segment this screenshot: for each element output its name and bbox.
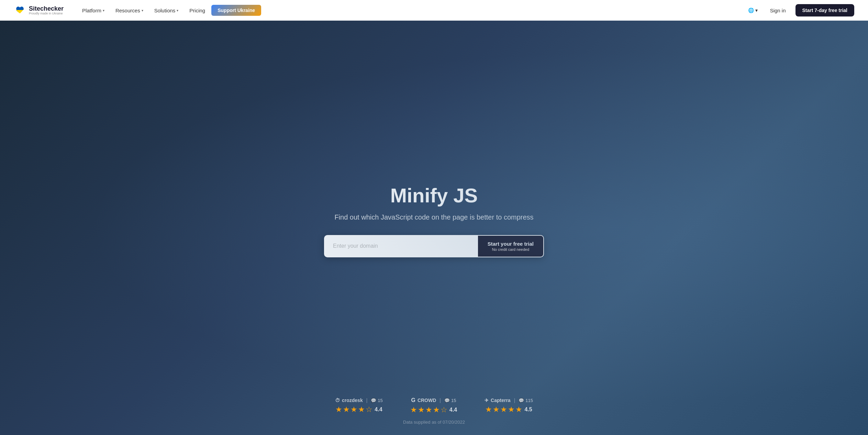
nav-resources[interactable]: Resources ▾: [111, 5, 148, 16]
chevron-down-icon: ▾: [103, 9, 104, 12]
nav-solutions[interactable]: Solutions ▾: [149, 5, 183, 16]
star-icon: ★: [485, 405, 492, 414]
star-half-icon: ★: [515, 405, 522, 414]
rating-crozdesk: ⏱ crozdesk | 💬 15 ★ ★ ★ ★ ☆ 4.4: [335, 398, 383, 414]
nav-right: 🌐 ▾ Sign in Start 7-day free trial: [745, 4, 854, 16]
sign-in-link[interactable]: Sign in: [766, 5, 790, 16]
star-icon: ★: [425, 405, 432, 414]
nav-platform[interactable]: Platform ▾: [77, 5, 109, 16]
free-trial-cta-button[interactable]: Start your free trial No credit card nee…: [478, 236, 543, 257]
comment-icon: 💬: [444, 398, 450, 403]
g2-icon: G: [411, 397, 415, 403]
hero-title: Minify JS: [390, 185, 478, 207]
star-icon: ★: [418, 405, 425, 414]
nav-pricing[interactable]: Pricing: [185, 5, 210, 16]
search-box: Start your free trial No credit card nee…: [324, 235, 544, 258]
star-icon: ★: [358, 405, 365, 414]
capterra-icon: ✈: [485, 398, 489, 403]
star-icon: ★: [343, 405, 350, 414]
star-half-icon: ☆: [441, 405, 447, 414]
rating-g2crowd: G CROWD | 💬 15 ★ ★ ★ ★ ☆ 4.4: [410, 397, 457, 414]
comment-icon: 💬: [519, 398, 524, 403]
crozdesk-icon: ⏱: [335, 398, 340, 403]
logo-name: Sitechecker: [29, 5, 64, 12]
hero-section: Minify JS Find out which JavaScript code…: [0, 21, 868, 435]
star-icon: ★: [335, 405, 342, 414]
chevron-down-icon: ▾: [755, 8, 758, 13]
logo-tagline: Proudly made in Ukraine: [29, 12, 64, 15]
rating-platform-g2: G CROWD | 💬 15: [411, 397, 456, 403]
star-icon: ★: [433, 405, 440, 414]
chevron-down-icon: ▾: [177, 9, 178, 12]
language-selector[interactable]: 🌐 ▾: [745, 5, 760, 15]
domain-input[interactable]: [325, 236, 478, 257]
hero-subtitle: Find out which JavaScript code on the pa…: [334, 213, 533, 221]
star-icon: ★: [508, 405, 515, 414]
rating-capterra: ✈ Capterra | 💬 115 ★ ★ ★ ★ ★ 4.5: [485, 398, 533, 414]
support-ukraine-button[interactable]: Support Ukraine: [211, 5, 261, 16]
comment-icon: 💬: [371, 398, 376, 403]
star-half-icon: ☆: [366, 405, 372, 414]
nav-links: Platform ▾ Resources ▾ Solutions ▾ Prici…: [77, 5, 745, 16]
data-supplied-text: Data supplied as of 07/20/2022: [403, 420, 465, 425]
rating-platform-capterra: ✈ Capterra | 💬 115: [485, 398, 533, 403]
chevron-down-icon: ▾: [142, 9, 143, 12]
rating-stars-capterra: ★ ★ ★ ★ ★ 4.5: [485, 405, 532, 414]
star-icon: ★: [350, 405, 357, 414]
navbar: Sitechecker Proudly made in Ukraine Plat…: [0, 0, 868, 21]
star-icon: ★: [500, 405, 507, 414]
ratings-section: ⏱ crozdesk | 💬 15 ★ ★ ★ ★ ☆ 4.4: [335, 397, 533, 414]
start-trial-button[interactable]: Start 7-day free trial: [795, 4, 855, 16]
rating-stars-g2: ★ ★ ★ ★ ☆ 4.4: [410, 405, 457, 414]
logo[interactable]: Sitechecker Proudly made in Ukraine: [14, 4, 64, 16]
star-icon: ★: [410, 405, 417, 414]
rating-stars-crozdesk: ★ ★ ★ ★ ☆ 4.4: [335, 405, 382, 414]
globe-icon: 🌐: [748, 8, 754, 13]
star-icon: ★: [493, 405, 500, 414]
rating-platform-crozdesk: ⏱ crozdesk | 💬 15: [335, 398, 383, 403]
